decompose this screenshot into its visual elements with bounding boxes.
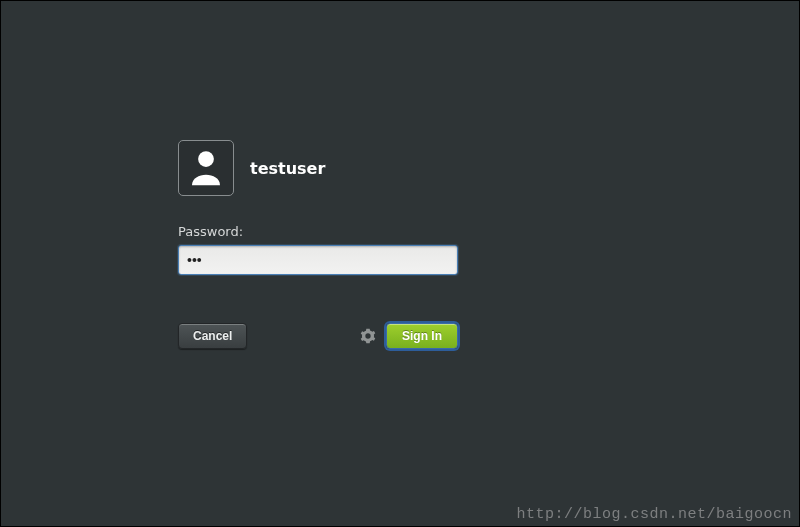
gear-icon[interactable] [360, 328, 376, 344]
signin-button[interactable]: Sign In [386, 323, 458, 349]
watermark-text: http://blog.csdn.net/baigoocn [516, 506, 792, 523]
password-label: Password: [178, 224, 478, 239]
cancel-button[interactable]: Cancel [178, 323, 247, 349]
login-panel: testuser Password: Cancel Sign In [178, 140, 478, 349]
avatar [178, 140, 234, 196]
username-label: testuser [250, 159, 325, 178]
button-row: Cancel Sign In [178, 323, 458, 349]
user-row: testuser [178, 140, 478, 196]
signin-group: Sign In [360, 323, 458, 349]
svg-point-0 [198, 151, 214, 167]
user-icon [185, 145, 227, 191]
password-input[interactable] [178, 245, 458, 275]
